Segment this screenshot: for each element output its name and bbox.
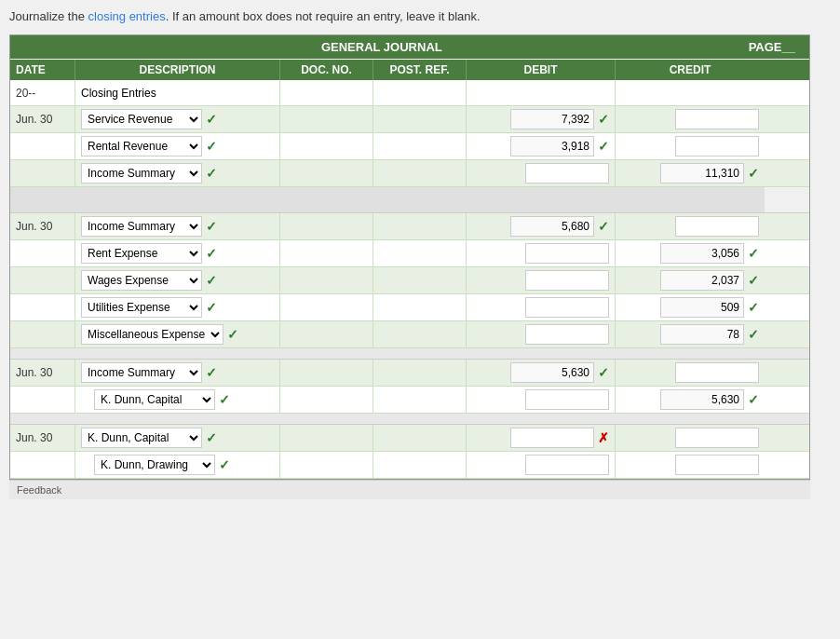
debit-cell: ✓	[467, 106, 616, 132]
error-icon: ✗	[598, 430, 609, 445]
credit-cell	[616, 106, 765, 132]
journal-title: GENERAL JOURNAL	[15, 40, 749, 54]
account-select[interactable]: K. Dunn, Capital	[81, 428, 202, 448]
date-cell: 20--	[10, 80, 75, 105]
credit-cell: ✓	[616, 160, 765, 186]
credit-cell: ✓	[616, 321, 765, 347]
post-cell	[373, 425, 467, 451]
credit-check-icon: ✓	[748, 166, 759, 181]
desc-cell: Income Summary ✓	[75, 360, 280, 386]
check-icon: ✓	[206, 430, 217, 445]
credit-cell: ✓	[616, 267, 765, 293]
date-cell	[10, 294, 75, 320]
debit-check-icon: ✓	[598, 219, 609, 234]
account-select[interactable]: Service Revenue	[81, 109, 202, 129]
closing-entries-link[interactable]: closing entries	[88, 9, 166, 23]
credit-input[interactable]	[660, 163, 744, 184]
credit-input[interactable]	[675, 455, 759, 475]
date-cell: Jun. 30	[10, 213, 75, 239]
desc-cell: K. Dunn, Drawing ✓	[75, 452, 280, 478]
debit-check-icon: ✓	[598, 365, 609, 380]
debit-check-icon: ✓	[598, 139, 609, 154]
credit-cell	[616, 133, 765, 159]
post-cell	[373, 240, 467, 266]
table-row: Rental Revenue ✓ ✓	[10, 133, 809, 160]
debit-cell: ✓	[467, 360, 616, 386]
col-docno: DOC. NO.	[280, 60, 373, 80]
table-row: Jun. 30 K. Dunn, Capital ✓ ✗	[10, 425, 809, 452]
check-icon: ✓	[206, 112, 217, 127]
credit-input[interactable]	[660, 324, 744, 345]
table-row: Jun. 30 Income Summary ✓ ✓	[10, 213, 809, 240]
doc-cell	[280, 452, 373, 478]
debit-input[interactable]	[525, 243, 609, 264]
credit-input[interactable]	[660, 270, 744, 291]
account-select[interactable]: Utilities Expense	[81, 297, 202, 318]
table-row: K. Dunn, Drawing ✓	[10, 452, 809, 479]
account-select[interactable]: Miscellaneous Expense	[81, 324, 224, 345]
credit-input[interactable]	[675, 428, 759, 448]
desc-cell: Income Summary ✓	[75, 213, 280, 239]
debit-input[interactable]	[510, 136, 594, 156]
debit-input[interactable]	[510, 428, 594, 448]
date-cell	[10, 160, 75, 186]
account-select[interactable]: K. Dunn, Drawing	[94, 455, 215, 475]
debit-input[interactable]	[510, 109, 594, 129]
table-row: Jun. 30 Service Revenue ✓ ✓	[10, 106, 809, 133]
post-cell	[373, 213, 467, 239]
debit-input[interactable]	[525, 163, 609, 184]
credit-input[interactable]	[675, 362, 759, 383]
credit-cell	[616, 452, 765, 478]
desc-cell: K. Dunn, Capital ✓	[75, 387, 280, 413]
debit-input[interactable]	[525, 297, 609, 318]
debit-input[interactable]	[525, 455, 609, 475]
desc-cell: Service Revenue ✓	[75, 106, 280, 132]
separator-row	[10, 348, 809, 360]
post-cell	[373, 267, 467, 293]
credit-input[interactable]	[660, 389, 744, 410]
date-cell	[10, 267, 75, 293]
date-cell	[10, 321, 75, 347]
post-cell	[373, 321, 467, 347]
post-cell	[373, 160, 467, 186]
account-select[interactable]: Rental Revenue	[81, 136, 202, 156]
account-select[interactable]: Income Summary	[81, 163, 202, 184]
credit-input[interactable]	[660, 243, 744, 264]
credit-input[interactable]	[675, 136, 759, 156]
debit-input[interactable]	[510, 216, 594, 237]
desc-cell: Utilities Expense ✓	[75, 294, 280, 320]
credit-check-icon: ✓	[748, 246, 759, 261]
journal-container: GENERAL JOURNAL PAGE__ DATE DESCRIPTION …	[9, 34, 810, 480]
table-row: Jun. 30 Income Summary ✓ ✓	[10, 360, 809, 387]
account-select[interactable]: Income Summary	[81, 362, 202, 383]
credit-input[interactable]	[675, 216, 759, 237]
doc-cell	[280, 106, 373, 132]
credit-cell: ✓	[616, 240, 765, 266]
account-select[interactable]: Wages Expense	[81, 270, 202, 291]
desc-cell: Income Summary ✓	[75, 160, 280, 186]
debit-input[interactable]	[525, 324, 609, 345]
post-cell	[373, 133, 467, 159]
credit-input[interactable]	[660, 297, 744, 318]
col-debit: DEBIT	[467, 60, 616, 80]
credit-check-icon: ✓	[748, 273, 759, 288]
debit-input[interactable]	[510, 362, 594, 383]
debit-input[interactable]	[525, 389, 609, 410]
doc-cell	[280, 240, 373, 266]
account-select[interactable]: Rent Expense	[81, 243, 202, 264]
doc-cell	[280, 267, 373, 293]
check-icon: ✓	[206, 166, 217, 181]
account-select[interactable]: K. Dunn, Capital	[94, 389, 215, 410]
col-postref: POST. REF.	[373, 60, 467, 80]
debit-cell	[467, 452, 616, 478]
doc-cell	[280, 294, 373, 320]
account-select[interactable]: Income Summary	[81, 216, 202, 237]
date-cell	[10, 452, 75, 478]
table-row: Income Summary ✓ ✓	[10, 160, 809, 187]
check-icon: ✓	[206, 365, 217, 380]
debit-cell: ✓	[467, 133, 616, 159]
table-row: Rent Expense ✓ ✓	[10, 240, 809, 267]
credit-input[interactable]	[675, 109, 759, 129]
credit-cell	[616, 80, 765, 105]
debit-input[interactable]	[525, 270, 609, 291]
